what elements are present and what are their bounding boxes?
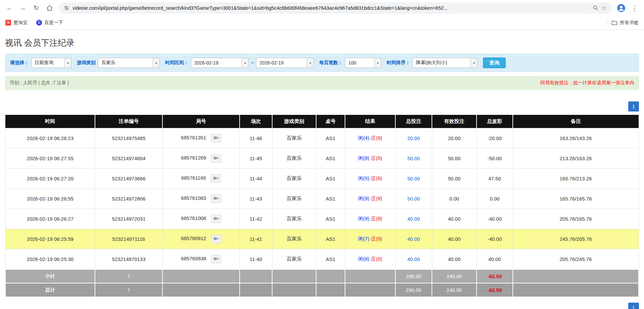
cell-result: 闲(9)庄(8) xyxy=(345,209,395,229)
address-bar[interactable]: videoie.com/ipl/portal.php/game/betrecor… xyxy=(59,2,612,14)
home-button[interactable] xyxy=(44,2,56,14)
bookmark-taobao[interactable]: 淘 爱淘宝 xyxy=(5,20,28,26)
query-type-select[interactable]: 日期查询 ▾ xyxy=(31,58,71,68)
filter-label-sort: 时间排序： xyxy=(387,60,410,66)
chevron-down-icon[interactable]: ▾ xyxy=(307,58,313,68)
game-type-select[interactable]: 百家乐 ▾ xyxy=(98,58,160,68)
forward-button[interactable]: → xyxy=(17,2,29,14)
video-replay-button[interactable] xyxy=(211,235,221,243)
cell-total-bet: 50.00 xyxy=(395,189,432,209)
cell-game-type: 百家乐 xyxy=(272,189,316,209)
profile-button[interactable] xyxy=(615,2,627,14)
filter-label-query-type: 请选择： xyxy=(10,60,29,66)
cell-bet-id: 523214970133 xyxy=(95,249,162,270)
bookmarks-bar: 淘 爱淘宝 百 百度一下 所有书签 xyxy=(0,16,644,30)
chevron-down-icon[interactable]: ▾ xyxy=(242,58,248,68)
result-player: 闲(7) xyxy=(358,236,369,241)
total-bet-link[interactable]: 50.00 xyxy=(407,196,420,202)
date-to-select[interactable]: 2026-02-19 ▾ xyxy=(256,58,314,68)
total-bet-link[interactable]: 40.00 xyxy=(407,256,420,262)
cell-round-id: 685760912 xyxy=(162,229,240,249)
cell-valid-bet: 20.00 xyxy=(432,128,477,148)
round-id-text: 685761083 xyxy=(181,195,206,201)
summary-notice: 同局有效投注，统一计算在该局第一张注单内 xyxy=(540,80,634,86)
chevron-down-icon[interactable]: ▾ xyxy=(374,58,381,68)
cell-table-no: AS1 xyxy=(316,189,345,209)
cell-round-id: 685761165 xyxy=(162,169,240,189)
video-camera-icon xyxy=(213,216,219,222)
url-text[interactable]: videoie.com/ipl/portal.php/game/betrecor… xyxy=(72,5,589,11)
forward-icon: → xyxy=(20,4,26,12)
cell-time: 2026-02-19 06:26:55 xyxy=(5,189,95,209)
cell-session: 11-43 xyxy=(240,189,272,209)
video-replay-button[interactable] xyxy=(211,255,221,263)
refresh-button[interactable]: ↻ xyxy=(30,2,42,14)
total-bet-link[interactable]: 40.00 xyxy=(407,236,420,242)
query-type-value: 日期查询 xyxy=(32,58,64,68)
browser-menu-button[interactable]: ⋮ xyxy=(629,2,641,14)
empty-cell xyxy=(162,269,240,283)
cell-table-no: AS1 xyxy=(316,249,345,270)
round-id-text: 685761351 xyxy=(181,135,206,140)
video-replay-button[interactable] xyxy=(211,174,221,183)
total-bet-link[interactable]: 40.00 xyxy=(407,216,420,222)
video-replay-button[interactable] xyxy=(211,134,221,142)
video-replay-button[interactable] xyxy=(211,194,221,203)
page-1-button[interactable]: 1 xyxy=(628,101,639,112)
empty-cell xyxy=(345,283,395,297)
result-player: 闲(8) xyxy=(358,155,369,161)
all-bookmarks-button[interactable]: 所有书签 xyxy=(611,20,639,26)
header-time: 时间 xyxy=(5,115,95,128)
result-player: 闲(9) xyxy=(358,195,369,201)
chevron-down-icon[interactable]: ▾ xyxy=(64,58,71,68)
header-valid-bet: 有效投注 xyxy=(432,115,477,128)
query-button[interactable]: 查询 xyxy=(483,57,506,68)
back-button[interactable]: ← xyxy=(3,2,15,14)
chevron-down-icon[interactable]: ▾ xyxy=(470,58,477,68)
cell-payout: -50.00 xyxy=(477,148,513,169)
table-row: 2026-02-19 06:26:55 523214972806 6857610… xyxy=(5,189,639,209)
cell-total-bet: 40.00 xyxy=(395,229,432,249)
site-info-icon[interactable] xyxy=(64,5,69,11)
page-size-select[interactable]: 100 ▾ xyxy=(345,58,381,68)
bookmark-star-icon[interactable]: ☆ xyxy=(602,4,607,12)
video-replay-button[interactable] xyxy=(211,154,221,163)
result-banker: 庄(5) xyxy=(371,155,382,161)
empty-cell xyxy=(272,269,316,283)
header-payout: 总派彩 xyxy=(477,115,513,128)
cell-note: 205.76/165.76 xyxy=(513,209,639,229)
cell-result: 闲(8)庄(5) xyxy=(345,148,395,169)
subtotal-payout: -62.50 xyxy=(477,269,513,283)
game-type-value: 百家乐 xyxy=(98,58,153,68)
cell-session: 11-45 xyxy=(240,148,272,169)
bookmark-baidu[interactable]: 百 百度一下 xyxy=(36,20,63,26)
zoom-icon[interactable] xyxy=(593,5,598,11)
total-bet-link[interactable]: 50.00 xyxy=(407,156,420,161)
cell-payout: 47.50 xyxy=(477,169,513,189)
cell-bet-id: 523214972031 xyxy=(95,209,162,229)
cell-table-no: AS1 xyxy=(316,209,345,229)
chevron-down-icon[interactable]: ▾ xyxy=(153,58,159,68)
total-total-bet: 290.00 xyxy=(395,283,432,297)
sort-order-select[interactable]: 降幂(由大到小) ▾ xyxy=(412,58,478,68)
video-camera-icon xyxy=(213,176,218,181)
grand-total-row: 总计 7 290.00 240.00 -62.50 xyxy=(5,283,639,297)
total-bet-link[interactable]: 20.00 xyxy=(407,135,420,141)
cell-valid-bet: 40.00 xyxy=(432,249,477,270)
page-1-button[interactable]: 1 xyxy=(628,303,639,309)
cell-round-id: 685761351 xyxy=(162,128,240,148)
video-replay-button[interactable] xyxy=(211,215,221,223)
cell-table-no: AS1 xyxy=(316,128,345,148)
cell-total-bet: 20.00 xyxy=(395,128,432,148)
date-from-select[interactable]: 2026-02-19 ▾ xyxy=(191,58,249,68)
result-banker: 庄(9) xyxy=(371,195,382,201)
cell-payout: -40.00 xyxy=(477,209,513,229)
all-bookmarks-label: 所有书签 xyxy=(620,20,639,26)
cell-round-id: 685760838 xyxy=(162,249,240,270)
cell-table-no: AS1 xyxy=(316,229,345,249)
summary-currency-count: 币别 : 人民币 | 总共 :7 注单 | xyxy=(10,80,69,86)
total-bet-link[interactable]: 50.00 xyxy=(407,176,420,181)
cell-round-id: 685761269 xyxy=(162,148,240,169)
cell-result: 闲(7)庄(9) xyxy=(345,229,395,249)
empty-cell xyxy=(240,283,272,297)
